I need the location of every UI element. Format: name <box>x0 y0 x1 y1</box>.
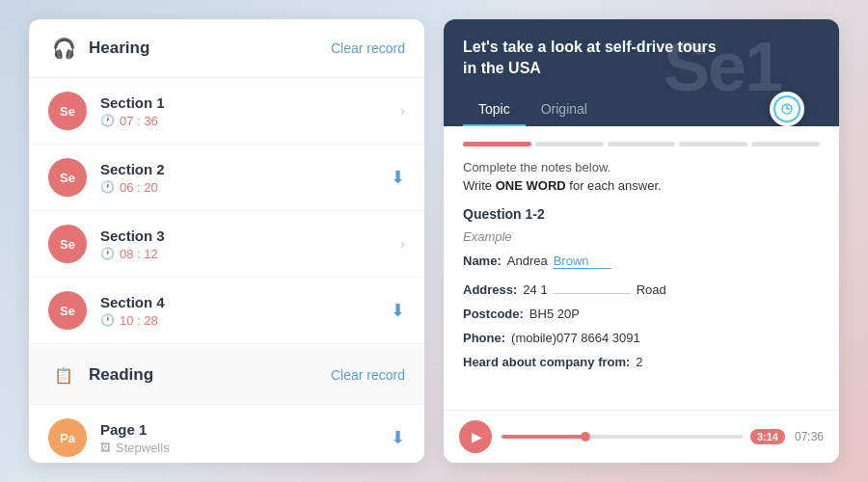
section-avatar-3: Se <box>48 225 87 263</box>
field-row-name: Name: Andrea Brown <box>463 254 820 269</box>
right-header: Se1 Let's take a look at self-drive tour… <box>444 19 839 126</box>
reading-icon: 📋 <box>48 360 79 390</box>
right-content: Complete the notes below. Write ONE WORD… <box>444 126 839 410</box>
field-label-postcode: Postcode: <box>463 307 524 321</box>
current-time-badge: 3:14 <box>750 429 785 444</box>
question-label: Question 1-2 <box>463 206 820 222</box>
progress-bars <box>463 142 820 147</box>
tab-original[interactable]: Original <box>526 92 603 126</box>
field-value-phone: (mobile)077 8664 3091 <box>511 331 640 345</box>
right-panel: Se1 Let's take a look at self-drive tour… <box>444 19 839 463</box>
field-value-postcode: BH5 20P <box>529 307 580 321</box>
field-label-heard: Heard about company from: <box>463 355 630 369</box>
field-value-address-num: 24 1 <box>523 282 547 297</box>
page-item-1[interactable]: Pa Page 1 🖼 Stepwells ⬇ <box>29 405 424 463</box>
timer-badge[interactable] <box>770 92 804 126</box>
play-icon: ▶ <box>472 429 482 444</box>
section-info-4: Section 4 🕐 10 : 28 <box>100 294 391 328</box>
section-time-3: 🕐 08 : 12 <box>100 247 400 261</box>
chevron-right-3: › <box>400 235 405 253</box>
hearing-header-left: 🎧 Hearing <box>48 33 149 64</box>
section-list: Se Section 1 🕐 07 : 36 › Se Section 2 🕐 … <box>29 78 424 463</box>
time-value-1: 07 : 36 <box>120 114 158 128</box>
field-row-postcode: Postcode: BH5 20P <box>463 307 820 321</box>
download-icon-4[interactable]: ⬇ <box>391 300 405 321</box>
progress-bar-1 <box>463 142 531 147</box>
chevron-right-1: › <box>400 102 405 120</box>
page-sub-icon-1: 🖼 <box>100 442 111 453</box>
hearing-icon: 🎧 <box>48 33 79 64</box>
field-value-name-first: Andrea <box>507 254 548 268</box>
tab-topic[interactable]: Topic <box>463 92 526 126</box>
section-info-3: Section 3 🕐 08 : 12 <box>100 228 400 261</box>
field-label-phone: Phone: <box>463 331 505 345</box>
instruction-1: Complete the notes below. <box>463 160 820 174</box>
example-label: Example <box>463 229 820 244</box>
section-info-1: Section 1 🕐 07 : 36 <box>100 94 400 128</box>
section-info-2: Section 2 🕐 06 : 20 <box>100 161 391 195</box>
end-time: 07:36 <box>795 430 824 443</box>
audio-player: ▶ 3:14 07:36 <box>444 410 839 463</box>
hearing-clear-record[interactable]: Clear record <box>331 40 405 56</box>
field-label-address: Address: <box>463 282 517 297</box>
clock-icon-1: 🕐 <box>100 114 115 127</box>
field-value-address-suffix: Road <box>637 282 666 297</box>
instruction-2: Write ONE WORD for each answer. <box>463 178 820 193</box>
section-item-3[interactable]: Se Section 3 🕐 08 : 12 › <box>29 211 424 278</box>
timer-icon <box>780 102 794 116</box>
clock-icon-2: 🕐 <box>100 180 115 194</box>
timer-inner <box>773 95 800 122</box>
reading-title: Reading <box>89 365 153 385</box>
progress-bar-5 <box>751 142 820 147</box>
section-name-3: Section 3 <box>100 228 400 244</box>
track-bar[interactable] <box>502 435 743 439</box>
section-item-4[interactable]: Se Section 4 🕐 10 : 28 ⬇ <box>29 278 424 344</box>
field-label-name: Name: <box>463 254 502 268</box>
reading-clear-record[interactable]: Clear record <box>331 367 405 383</box>
download-icon-2[interactable]: ⬇ <box>391 167 405 188</box>
field-row-heard: Heard about company from: 2 <box>463 355 820 369</box>
play-button[interactable]: ▶ <box>459 420 492 453</box>
time-value-2: 06 : 20 <box>120 180 158 195</box>
address-input-box[interactable] <box>554 279 631 294</box>
section-avatar-2: Se <box>48 158 87 197</box>
section-name-4: Section 4 <box>100 294 391 310</box>
field-value-name-last: Brown <box>554 254 611 269</box>
time-value-4: 10 : 28 <box>120 313 158 328</box>
section-item-1[interactable]: Se Section 1 🕐 07 : 36 › <box>29 78 424 145</box>
page-info-1: Page 1 🖼 Stepwells <box>100 421 391 455</box>
time-value-3: 08 : 12 <box>120 247 158 261</box>
left-panel: 🎧 Hearing Clear record Se Section 1 🕐 07… <box>29 19 424 463</box>
field-row-phone: Phone: (mobile)077 8664 3091 <box>463 331 820 345</box>
reading-header-left: 📋 Reading <box>48 360 153 390</box>
page-sub-text-1: Stepwells <box>116 441 170 455</box>
progress-bar-2 <box>535 142 604 147</box>
field-value-heard: 2 <box>636 355 642 369</box>
section-name-2: Section 2 <box>100 161 391 177</box>
progress-bar-3 <box>608 142 676 147</box>
hearing-header: 🎧 Hearing Clear record <box>29 19 424 78</box>
page-name-1: Page 1 <box>100 421 391 438</box>
section-time-1: 🕐 07 : 36 <box>100 114 400 128</box>
tabs-row: Topic Original <box>463 92 820 126</box>
section-avatar-4: Se <box>48 291 87 330</box>
track-thumb <box>581 432 590 442</box>
field-row-address: Address: 24 1 Road <box>463 279 820 297</box>
track-bar-fill <box>502 435 585 439</box>
page-sub-1: 🖼 Stepwells <box>100 441 391 455</box>
section-time-2: 🕐 06 : 20 <box>100 180 391 195</box>
download-icon-p1[interactable]: ⬇ <box>391 427 405 448</box>
page-avatar-1: Pa <box>48 418 87 457</box>
clock-icon-3: 🕐 <box>100 247 115 260</box>
clock-icon-4: 🕐 <box>100 313 115 327</box>
section-item-2[interactable]: Se Section 2 🕐 06 : 20 ⬇ <box>29 145 424 211</box>
reading-header: 📋 Reading Clear record <box>29 346 424 405</box>
progress-bar-4 <box>679 142 747 147</box>
section-name-1: Section 1 <box>100 94 400 111</box>
section-time-4: 🕐 10 : 28 <box>100 313 391 328</box>
audio-track[interactable]: 3:14 <box>502 429 785 444</box>
section-avatar-1: Se <box>48 92 87 130</box>
hearing-title: Hearing <box>89 39 149 58</box>
